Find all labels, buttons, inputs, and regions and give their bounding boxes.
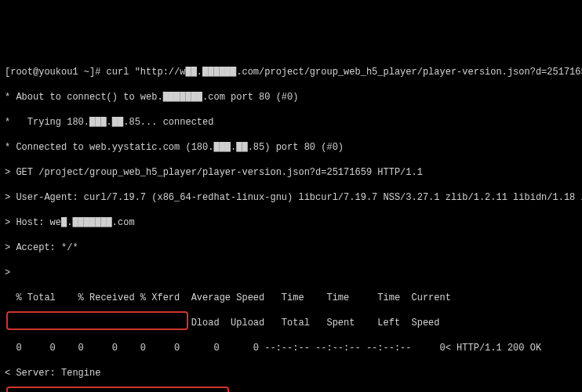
terminal-line: % Total % Received % Xferd Average Speed… — [5, 292, 577, 304]
terminal-line: [root@youkou1 ~]# curl "http://w██.█████… — [5, 66, 577, 78]
terminal-line: * About to connect() to web.███████.com … — [5, 91, 577, 103]
terminal-line: * Connected to web.yystatic.com (180.███… — [5, 141, 577, 154]
terminal-line: > Accept: */* — [5, 241, 577, 254]
highlight-age-xcache — [6, 387, 229, 392]
terminal-line: Dload Upload Total Spent Left Speed — [5, 317, 577, 329]
terminal-line: 0 0 0 0 0 0 0 0 --:--:-- --:--:-- --:--:… — [5, 342, 577, 354]
terminal-line: < Server: Tengine — [5, 367, 577, 379]
terminal-line: > GET /project/group_web_h5_player/playe… — [5, 166, 577, 179]
terminal-output: [root@youkou1 ~]# curl "http://w██.█████… — [5, 53, 577, 392]
terminal-line: > — [5, 267, 577, 279]
terminal-line: > User-Agent: curl/7.19.7 (x86_64-redhat… — [5, 191, 577, 204]
terminal-line: * Trying 180.███.██.85... connected — [5, 116, 577, 129]
terminal-line: > Host: we█.███████.com — [5, 216, 577, 229]
